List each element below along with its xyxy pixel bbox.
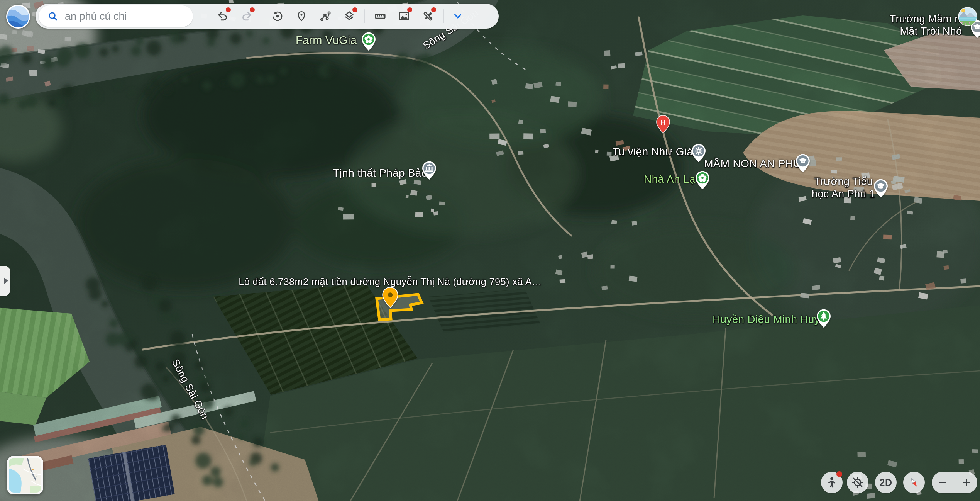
map-label-huyen-dieu-minh-huy[interactable]: Huyền Diệu Minh Huy. bbox=[713, 313, 822, 326]
map-label-farm-vugia[interactable]: Farm VuGia bbox=[296, 34, 357, 47]
pin-hospital[interactable]: H bbox=[656, 115, 670, 134]
map-label-tinh-that-phap-bao[interactable]: Tịnh thất Pháp Bảo bbox=[333, 166, 427, 179]
pin-nha-an-lac[interactable] bbox=[695, 170, 710, 190]
history-button[interactable] bbox=[269, 7, 286, 25]
map-label-tu-vien-nhu-giac[interactable]: Tu viện Như Giác bbox=[612, 145, 698, 158]
polygon-button[interactable] bbox=[340, 7, 358, 25]
toolbar-buttons bbox=[214, 7, 465, 25]
path-button[interactable] bbox=[317, 7, 334, 25]
redo-button[interactable] bbox=[238, 7, 256, 25]
toolbar-divider bbox=[443, 9, 444, 23]
pin-farm-vugia[interactable] bbox=[361, 32, 376, 51]
photo-thumbnail[interactable] bbox=[958, 7, 977, 26]
photos-button[interactable] bbox=[395, 7, 413, 25]
parcel-outline[interactable] bbox=[0, 0, 980, 501]
notification-dot bbox=[407, 7, 412, 12]
placemark-button[interactable] bbox=[293, 7, 310, 25]
chevron-right-icon bbox=[4, 277, 8, 284]
map-label-nha-an-lac[interactable]: Nhà An Lạc bbox=[644, 173, 701, 185]
map-label-mam-non-an-phu[interactable]: MẦM NON AN PHÚ bbox=[704, 157, 801, 170]
google-earth-app: Lô đất 6.738m2 mặt tiền đường Nguyễn Thị… bbox=[0, 0, 980, 501]
minimap-layer-toggle[interactable] bbox=[7, 456, 43, 494]
pin-truong-tieu-hoc[interactable] bbox=[873, 178, 889, 198]
parcel-pin[interactable] bbox=[382, 287, 399, 308]
sidebar-expand-handle[interactable] bbox=[0, 266, 10, 296]
notification-dot bbox=[352, 7, 357, 12]
pin-tu-vien-nhu-giac[interactable] bbox=[691, 143, 706, 163]
pin-huyen-dieu-minh-huy[interactable] bbox=[816, 309, 831, 328]
map-label-truong-tieu-hoc-an-phu-1[interactable]: Trường Tiểu học An Phú 1 bbox=[812, 176, 875, 200]
more-button[interactable] bbox=[450, 7, 465, 25]
toolbar bbox=[36, 4, 499, 29]
search-icon bbox=[47, 10, 59, 22]
pin-tinh-that-phap-bao[interactable] bbox=[421, 161, 437, 180]
toolbar-divider bbox=[262, 9, 262, 23]
toolbar-divider bbox=[364, 9, 365, 23]
svg-text:H: H bbox=[660, 118, 666, 126]
pin-mam-non-an-phu[interactable] bbox=[795, 153, 811, 173]
notification-dot bbox=[226, 7, 231, 12]
search-bar[interactable] bbox=[39, 5, 193, 27]
notification-dot bbox=[250, 7, 255, 12]
tools-button[interactable] bbox=[419, 7, 437, 25]
notification-dot bbox=[431, 7, 436, 12]
search-input[interactable] bbox=[64, 10, 188, 23]
parcel-label[interactable]: Lô đất 6.738m2 mặt tiền đường Nguyễn Thị… bbox=[239, 276, 542, 287]
undo-button[interactable] bbox=[214, 7, 232, 25]
google-earth-logo[interactable] bbox=[6, 4, 30, 29]
measure-button[interactable] bbox=[371, 7, 389, 25]
